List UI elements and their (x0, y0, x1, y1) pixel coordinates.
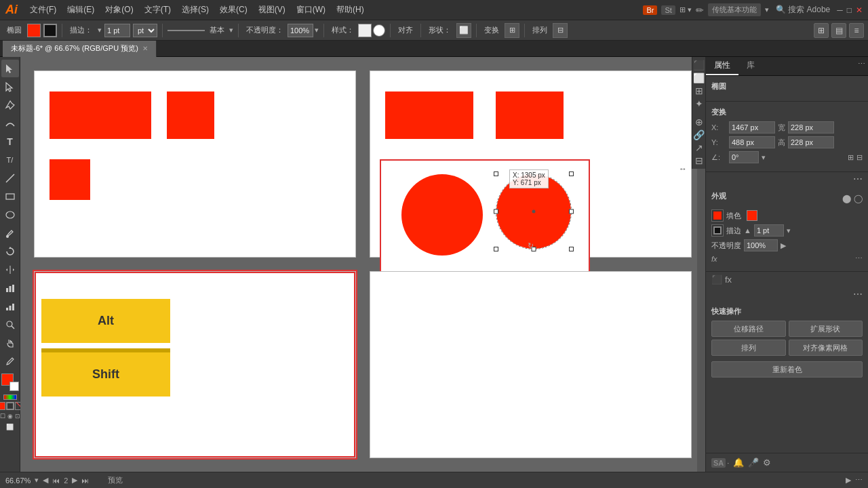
more-transform-btn[interactable]: ⊟ (856, 153, 863, 162)
stock-icon[interactable]: St (661, 5, 675, 15)
fx-label[interactable]: fx (711, 255, 717, 263)
data-graph-btn[interactable] (1, 298, 19, 315)
appearance-toggle[interactable]: ⬤ (842, 194, 851, 203)
search-btn[interactable]: 🔍 搜索 Adobe (773, 3, 833, 17)
menu-object[interactable]: 对象(O) (101, 3, 137, 17)
opacity-arrow[interactable]: ▶ (781, 241, 786, 250)
transform-options-btn[interactable]: ⋯ (853, 174, 863, 184)
handle-tl[interactable] (494, 171, 498, 176)
arrange-btn[interactable]: ⊟ (553, 23, 568, 38)
w-value-input[interactable] (788, 121, 834, 134)
artboard-tool-btn[interactable]: ⬜ (5, 422, 15, 432)
stroke-dropdown-panel[interactable]: ▾ (787, 226, 791, 235)
stroke-checkbox[interactable] (711, 224, 724, 237)
h-value-input[interactable] (788, 136, 834, 148)
opacity-value-input[interactable] (744, 239, 778, 251)
window-minimize-btn[interactable]: ─ (837, 5, 843, 15)
handle-left[interactable] (494, 209, 498, 214)
style-swatch[interactable] (358, 24, 372, 37)
ellipse-tool-btn[interactable] (1, 206, 19, 224)
appearance-more-btn[interactable]: ⋯ (855, 254, 863, 263)
zoom-dropdown[interactable]: ▾ (35, 476, 39, 485)
settings-btn[interactable]: ⚙ (763, 458, 771, 468)
fill-swatch-panel[interactable] (747, 210, 757, 221)
path-offset-btn[interactable]: 位移路径 (711, 321, 786, 337)
stroke-unit-select[interactable]: pt (133, 24, 157, 37)
y-value-input[interactable] (729, 136, 775, 148)
angle-input[interactable] (729, 151, 759, 163)
status-play-btn[interactable]: ▶ (846, 476, 851, 485)
menu-view[interactable]: 视图(V) (254, 3, 290, 17)
fill-mode-btn[interactable] (0, 402, 5, 410)
opacity-dropdown[interactable]: ▾ (315, 26, 319, 35)
pencil-tool-btn[interactable] (1, 352, 19, 370)
direct-select-tool-btn[interactable] (1, 78, 19, 96)
recolor-btn[interactable]: 重新着色 (711, 361, 863, 378)
reflect-tool-btn[interactable] (1, 261, 19, 279)
notification-btn[interactable]: 🔔 (733, 458, 744, 468)
stroke-color-swatch[interactable] (43, 24, 57, 37)
zoom-tool-btn[interactable] (1, 316, 19, 333)
menu-text[interactable]: 文字(T) (140, 3, 175, 17)
menu-help[interactable]: 帮助(H) (332, 3, 368, 17)
curvature-tool-btn[interactable] (1, 115, 19, 132)
artboard-4[interactable] (370, 271, 692, 458)
arrange-btn-panel[interactable]: 排列 (711, 340, 786, 356)
expand-shape-btn[interactable]: 扩展形状 (789, 321, 863, 337)
page-first-btn[interactable]: ⏮ (52, 476, 60, 485)
menu-window[interactable]: 窗口(W) (292, 3, 330, 17)
stroke-minus-btn[interactable]: ▾ (98, 26, 102, 35)
view-grid-btn[interactable]: ⊞ (814, 23, 829, 38)
appearance-options-btn[interactable]: ⋯ (853, 289, 863, 300)
fill-color-swatch[interactable] (27, 24, 41, 37)
grid-view-btn[interactable]: ⊞ ▾ (679, 5, 692, 14)
rect-tool-btn[interactable] (1, 188, 19, 205)
menu-select[interactable]: 选择(S) (178, 3, 213, 17)
x-value-input[interactable] (729, 121, 775, 134)
type-tool-btn[interactable]: T (1, 133, 19, 150)
fx-panel-btn[interactable]: fx (725, 274, 732, 285)
opacity-input[interactable] (288, 24, 313, 37)
artboard-1[interactable] (34, 70, 356, 258)
panel-tab-properties[interactable]: 属性 (706, 57, 738, 75)
transform-btn[interactable]: ⊞ (505, 23, 519, 38)
handle-right[interactable] (569, 209, 574, 214)
touch-type-btn[interactable]: T/ (1, 151, 19, 169)
line-tool-btn[interactable] (1, 169, 19, 187)
shape-btn[interactable]: ⬜ (456, 23, 471, 38)
page-next-btn[interactable]: ▶ (72, 476, 77, 485)
appearance-settings[interactable]: ◯ (854, 194, 863, 203)
align-pixel-btn[interactable]: 对齐像素网格 (789, 340, 863, 356)
bridge-icon[interactable]: Br (643, 5, 657, 15)
stroke-pt-input[interactable] (754, 224, 784, 237)
page-prev-btn[interactable]: ◀ (43, 476, 48, 485)
pen-tool-btn[interactable] (1, 96, 19, 114)
constrain-btn[interactable]: ⊞ (848, 153, 854, 162)
handle-br[interactable] (569, 247, 574, 251)
window-maximize-btn[interactable]: □ (847, 5, 852, 15)
window-close-btn[interactable]: ✕ (856, 5, 863, 15)
brush-tool-btn[interactable]: ✏ (696, 5, 704, 16)
paint-brush-btn[interactable] (1, 224, 19, 242)
panel-tab-library[interactable]: 库 (738, 57, 763, 75)
document-tab[interactable]: 未标题-6* @ 66.67% (RGB/GPU 预览) ✕ (3, 41, 157, 57)
stroke-dropdown-btn[interactable]: ▾ (229, 26, 233, 35)
panel-more-btn[interactable]: ⋯ (855, 57, 868, 75)
menu-effect[interactable]: 效果(C) (216, 3, 252, 17)
rotate-tool-btn[interactable] (1, 243, 19, 260)
workspace-dropdown[interactable]: ▾ (765, 5, 769, 14)
page-last-btn[interactable]: ⏭ (81, 476, 89, 485)
color-swatches[interactable] (1, 373, 19, 391)
view-panel-btn[interactable]: ▤ (831, 23, 846, 38)
mic-btn[interactable]: 🎤 (748, 458, 759, 468)
layers-panel-btn[interactable]: ⬛ (711, 274, 722, 285)
artboard-2[interactable]: ↔ X: 1305 px Y: 671 px ↻ (370, 70, 692, 258)
hand-tool-btn[interactable] (1, 334, 19, 352)
stroke-value-input[interactable] (104, 24, 130, 37)
angle-dropdown[interactable]: ▾ (762, 153, 766, 162)
artboard-3[interactable]: Alt Shift (34, 271, 356, 458)
graph-tool-btn[interactable] (1, 279, 19, 297)
stroke-mode-btn[interactable] (6, 402, 14, 410)
pixel-view-btn[interactable]: ⊡ (14, 412, 21, 420)
handle-tr[interactable] (569, 171, 574, 176)
